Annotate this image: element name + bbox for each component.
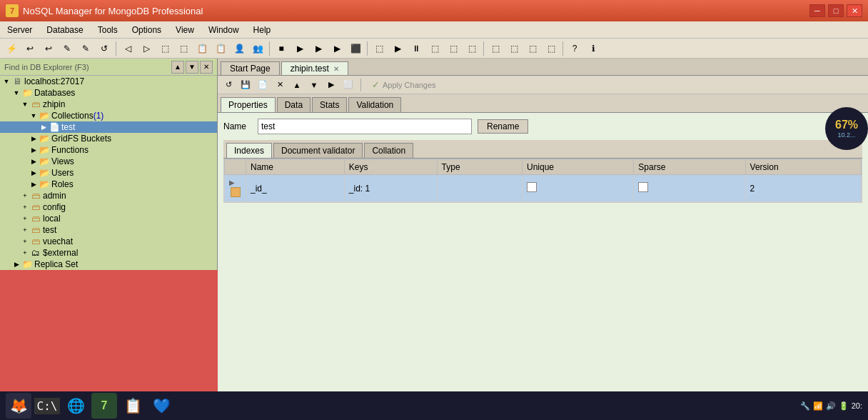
tree-node-zhipin[interactable]: ▼ 🗃 zhipin [0, 99, 217, 110]
toolbar-btn-11[interactable]: 📋 [193, 41, 211, 56]
expand-icon[interactable]: + [20, 248, 30, 258]
tab-toolbar-refresh[interactable]: ↺ [221, 78, 236, 92]
tree-node-views[interactable]: ▶ 📂 Views [0, 156, 217, 167]
tab-zhipin-test[interactable]: zhipin.test ✕ [281, 61, 348, 75]
table-row[interactable]: ▶ _id_ _id: 1 2 [225, 175, 862, 202]
close-button[interactable]: ✕ [847, 4, 862, 17]
tab-validation[interactable]: Validation [348, 97, 401, 112]
toolbar-btn-24[interactable]: ⬚ [445, 41, 462, 56]
tab-document-validator[interactable]: Document validator [273, 143, 363, 158]
toolbar-btn-23[interactable]: ⬚ [426, 41, 443, 56]
tree-node-external[interactable]: + 🗂 $external [0, 247, 217, 259]
expand-icon[interactable]: ▶ [29, 156, 39, 166]
tree-node-config[interactable]: + 🗃 config [0, 201, 217, 213]
toolbar-btn-10[interactable]: ⬚ [175, 41, 192, 56]
tab-close-icon[interactable]: ✕ [333, 65, 339, 73]
tab-toolbar-new[interactable]: 📄 [255, 78, 271, 92]
expand-icon[interactable]: ▶ [29, 134, 39, 144]
expand-icon[interactable]: + [20, 202, 30, 212]
expand-icon[interactable]: ▼ [29, 111, 39, 121]
tab-data[interactable]: Data [277, 97, 311, 112]
toolbar-btn-13[interactable]: 👤 [231, 41, 248, 56]
taskbar-vscode[interactable]: 💙 [148, 393, 174, 419]
row-expand-icon[interactable]: ▶ [229, 179, 235, 186]
toolbar-btn-2[interactable]: ↩ [21, 41, 39, 56]
toolbar-btn-25[interactable]: ⬚ [463, 41, 480, 56]
find-close-button[interactable]: ✕ [200, 61, 213, 74]
toolbar-btn-26[interactable]: ⬚ [487, 41, 504, 56]
taskbar-stackoverfolio[interactable]: 📋 [120, 393, 146, 419]
tree-node-users[interactable]: ▶ 📂 Users [0, 167, 217, 179]
toolbar-btn-info[interactable]: ℹ [585, 41, 602, 56]
toolbar-btn-20[interactable]: ⬚ [370, 41, 388, 56]
expand-icon[interactable]: ▶ [11, 259, 21, 269]
menu-database[interactable]: Database [39, 21, 90, 38]
maximize-button[interactable]: □ [828, 4, 844, 17]
tab-indexes[interactable]: Indexes [226, 143, 272, 158]
toolbar-btn-4[interactable]: ✎ [59, 41, 76, 56]
tree-node-replicaset[interactable]: ▶ 📁 Replica Set [0, 259, 217, 270]
tree-node-functions[interactable]: ▶ 📂 Functions [0, 144, 217, 156]
rename-button[interactable]: Rename [478, 119, 528, 134]
tree-node-test-db[interactable]: + 🗃 test [0, 224, 217, 236]
menu-view[interactable]: View [168, 21, 201, 38]
toolbar-btn-6[interactable]: ↺ [96, 41, 113, 56]
menu-server[interactable]: Server [0, 21, 39, 38]
tree-node-roles[interactable]: ▶ 📂 Roles [0, 179, 217, 190]
toolbar-btn-27[interactable]: ⬚ [505, 41, 523, 56]
minimize-button[interactable]: ─ [809, 4, 825, 17]
toolbar-btn-help[interactable]: ? [566, 41, 583, 56]
tree-node-databases[interactable]: ▼ 📁 Databases [0, 87, 217, 99]
toolbar-btn-21[interactable]: ▶ [389, 41, 406, 56]
menu-window[interactable]: Window [201, 21, 246, 38]
performance-widget[interactable]: 67% 10.2... [825, 107, 868, 150]
tab-start-page[interactable]: Start Page [221, 61, 280, 75]
toolbar-btn-9[interactable]: ⬚ [156, 41, 173, 56]
tab-properties[interactable]: Properties [221, 97, 276, 112]
toolbar-btn-7[interactable]: ◁ [119, 41, 136, 56]
tree-node-localhost[interactable]: ▼ 🖥 localhost:27017 [0, 76, 217, 87]
taskbar-firefox[interactable]: 🦊 [6, 393, 31, 419]
tab-toolbar-execute[interactable]: ▶ [323, 78, 339, 92]
tree-node-vuechat[interactable]: + 🗃 vuechat [0, 236, 217, 247]
expand-icon[interactable]: ▶ [29, 168, 39, 178]
expand-icon[interactable]: ▶ [29, 145, 39, 155]
taskbar-terminal[interactable]: C:\ [34, 393, 60, 419]
toolbar-btn-28[interactable]: ⬚ [524, 41, 541, 56]
expand-icon[interactable]: ▶ [29, 179, 39, 189]
expand-icon[interactable]: + [20, 191, 30, 201]
toolbar-btn-1[interactable]: ⚡ [3, 41, 20, 56]
tab-toolbar-down[interactable]: ▼ [306, 78, 322, 92]
menu-tools[interactable]: Tools [91, 21, 125, 38]
find-up-button[interactable]: ▲ [171, 61, 184, 74]
toolbar-btn-19[interactable]: ⬛ [347, 41, 364, 56]
tree-node-admin[interactable]: + 🗃 admin [0, 190, 217, 201]
toolbar-btn-12[interactable]: 📋 [212, 41, 229, 56]
toolbar-btn-5[interactable]: ✎ [77, 41, 94, 56]
tab-collation[interactable]: Collation [364, 143, 413, 158]
tab-toolbar-up[interactable]: ▲ [289, 78, 305, 92]
expand-icon[interactable]: ▶ [39, 122, 49, 132]
toolbar-btn-22[interactable]: ⏸ [408, 41, 425, 56]
toolbar-btn-16[interactable]: ▶ [291, 41, 308, 56]
sparse-checkbox[interactable] [638, 182, 648, 192]
toolbar-btn-8[interactable]: ▷ [138, 41, 155, 56]
apply-changes-button[interactable]: ✓ Apply Changes [365, 77, 443, 92]
tree-node-test-collection[interactable]: ▶ 📄 test [0, 121, 217, 133]
tab-toolbar-stop[interactable]: ⬜ [340, 78, 356, 92]
tab-toolbar-save[interactable]: 💾 [238, 78, 253, 92]
tab-toolbar-delete[interactable]: ✕ [272, 78, 288, 92]
menu-help[interactable]: Help [246, 21, 278, 38]
taskbar-app[interactable]: 7 [91, 393, 117, 419]
toolbar-btn-15[interactable]: ■ [273, 41, 290, 56]
taskbar-chrome[interactable]: 🌐 [63, 393, 89, 419]
unique-checkbox[interactable] [527, 182, 537, 192]
expand-icon[interactable]: + [20, 214, 30, 224]
expand-icon[interactable]: ▼ [1, 76, 11, 86]
tree-node-local[interactable]: + 🗃 local [0, 213, 217, 224]
tab-stats[interactable]: Stats [312, 97, 347, 112]
menu-options[interactable]: Options [125, 21, 168, 38]
toolbar-btn-14[interactable]: 👥 [249, 41, 266, 56]
find-down-button[interactable]: ▼ [186, 61, 198, 74]
toolbar-btn-17[interactable]: ▶ [310, 41, 327, 56]
